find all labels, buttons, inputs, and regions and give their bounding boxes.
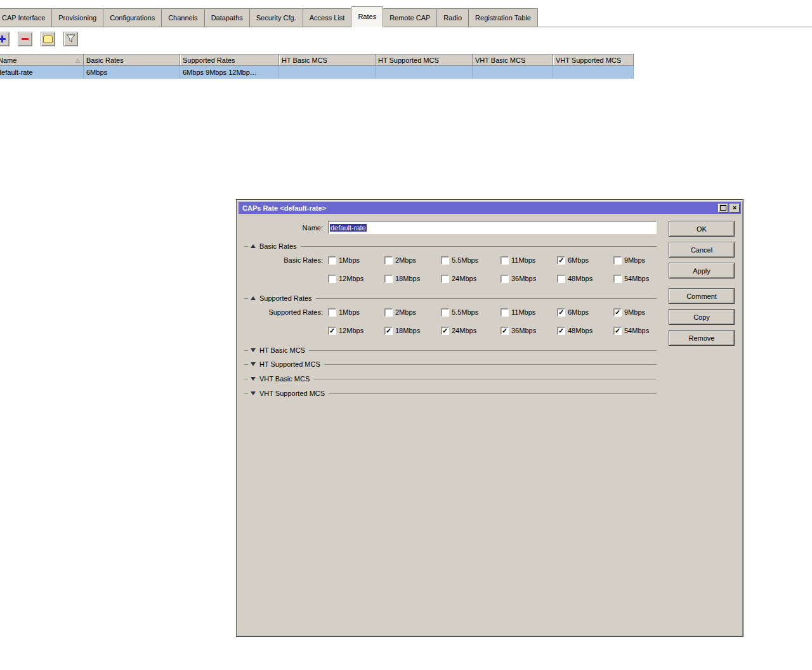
- section-header-ht-basic-mcs: HT Basic MCS: [244, 346, 657, 355]
- column-header-basic-rates[interactable]: Basic Rates: [84, 54, 180, 66]
- column-header-label: VHT Basic MCS: [475, 56, 525, 64]
- checkbox-supported-rates-6mbps[interactable]: ✓6Mbps: [557, 308, 613, 317]
- filter-button[interactable]: [63, 32, 78, 46]
- checkbox-basic-rates-1mbps[interactable]: 1Mbps: [328, 256, 384, 265]
- checkbox-basic-rates-36mbps[interactable]: 36Mbps: [501, 275, 557, 283]
- column-header-label: Supported Rates: [183, 56, 235, 64]
- checkbox-supported-rates-5-5mbps[interactable]: 5.5Mbps: [441, 308, 501, 317]
- table-row[interactable]: default-rate6Mbps6Mbps 9Mbps 12Mbp…: [0, 66, 812, 79]
- apply-button[interactable]: Apply: [669, 263, 735, 279]
- unchecked-checkbox-icon: [384, 275, 393, 283]
- checkbox-label: 1Mbps: [339, 308, 360, 316]
- column-header-label: Basic Rates: [86, 56, 124, 64]
- column-header-ht-supported-mcs[interactable]: HT Supported MCS: [376, 54, 473, 66]
- checkbox-supported-rates-11mbps[interactable]: 11Mbps: [501, 308, 557, 317]
- checkbox-supported-rates-48mbps[interactable]: ✓48Mbps: [557, 327, 613, 335]
- checkbox-row: Supported Rates:1Mbps2Mbps5.5Mbps11Mbps✓…: [239, 307, 657, 317]
- checked-checkbox-icon: ✓: [557, 327, 565, 335]
- checkbox-basic-rates-24mbps[interactable]: 24Mbps: [441, 275, 501, 283]
- tab-radio[interactable]: Radio: [436, 8, 469, 27]
- column-header-ht-basic-mcs[interactable]: HT Basic MCS: [279, 54, 376, 66]
- expand-arrow-icon[interactable]: [251, 348, 256, 352]
- checked-checkbox-icon: ✓: [328, 327, 336, 335]
- add-button[interactable]: [0, 32, 10, 46]
- section-dash: [244, 350, 248, 351]
- remove-button[interactable]: Remove: [669, 330, 735, 346]
- comment-button[interactable]: [41, 32, 55, 46]
- section-label: VHT Basic MCS: [258, 375, 311, 383]
- column-header-vht-basic-mcs[interactable]: VHT Basic MCS: [473, 54, 553, 66]
- tab-security-cfg[interactable]: Security Cfg.: [249, 8, 303, 27]
- dialog-buttons: OKCancelApplyCommentCopyRemove: [669, 200, 735, 636]
- tab-datapaths[interactable]: Datapaths: [204, 8, 250, 27]
- remove-button[interactable]: [18, 32, 32, 46]
- checkbox-row: 12Mbps18Mbps24Mbps36Mbps48Mbps54Mbps: [239, 273, 657, 284]
- checkbox-basic-rates-54mbps[interactable]: 54Mbps: [613, 275, 649, 283]
- checkbox-label: 6Mbps: [568, 308, 589, 316]
- checkbox-supported-rates-2mbps[interactable]: 2Mbps: [384, 308, 441, 317]
- tab-remote-cap[interactable]: Remote CAP: [383, 8, 437, 27]
- checkbox-options: 1Mbps2Mbps5.5Mbps11Mbps✓6Mbps✓9Mbps: [328, 308, 645, 317]
- table-cell: [473, 66, 553, 79]
- cancel-button[interactable]: Cancel: [669, 242, 735, 258]
- checkbox-basic-rates-6mbps[interactable]: ✓6Mbps: [557, 256, 613, 265]
- checkbox-basic-rates-48mbps[interactable]: 48Mbps: [557, 275, 613, 283]
- tab-channels[interactable]: Channels: [161, 8, 204, 27]
- checked-checkbox-icon: ✓: [501, 327, 509, 335]
- checkbox-supported-rates-54mbps[interactable]: ✓54Mbps: [613, 327, 649, 335]
- unchecked-checkbox-icon: [328, 275, 336, 283]
- tab-registration-table[interactable]: Registration Table: [468, 8, 538, 27]
- unchecked-checkbox-icon: [441, 275, 449, 283]
- tab-rates[interactable]: Rates: [351, 6, 383, 27]
- column-header-name[interactable]: Name△: [0, 54, 84, 66]
- checkbox-label: 11Mbps: [511, 256, 535, 264]
- checkbox-label: 18Mbps: [395, 327, 420, 334]
- plus-icon: [0, 36, 6, 43]
- column-header-label: HT Basic MCS: [282, 56, 327, 64]
- expand-arrow-icon[interactable]: [251, 391, 256, 395]
- checkbox-supported-rates-24mbps[interactable]: ✓24Mbps: [441, 327, 501, 335]
- unchecked-checkbox-icon: [441, 308, 449, 317]
- checkbox-basic-rates-2mbps[interactable]: 2Mbps: [384, 256, 441, 265]
- checkbox-basic-rates-18mbps[interactable]: 18Mbps: [384, 275, 441, 283]
- checkbox-basic-rates-11mbps[interactable]: 11Mbps: [501, 256, 557, 265]
- sort-ascending-icon: △: [75, 57, 80, 63]
- checkbox-basic-rates-5-5mbps[interactable]: 5.5Mbps: [441, 256, 501, 265]
- checkbox-basic-rates-12mbps[interactable]: 12Mbps: [328, 275, 384, 283]
- ok-button[interactable]: OK: [669, 221, 735, 237]
- column-header-label: VHT Supported MCS: [556, 56, 621, 64]
- expand-arrow-icon[interactable]: [251, 362, 256, 366]
- checked-checkbox-icon: ✓: [613, 327, 622, 335]
- checkbox-label: 2Mbps: [395, 308, 416, 316]
- column-header-supported-rates[interactable]: Supported Rates: [180, 54, 279, 66]
- section-label: HT Basic MCS: [258, 346, 306, 354]
- expand-arrow-icon[interactable]: [251, 377, 256, 381]
- section-rule: [316, 298, 657, 299]
- section-label: Basic Rates: [258, 242, 298, 250]
- tab-access-list[interactable]: Access List: [303, 8, 352, 27]
- tab-provisioning[interactable]: Provisioning: [51, 8, 103, 27]
- comment-button[interactable]: Comment: [669, 288, 735, 304]
- checkbox-label: 18Mbps: [395, 275, 420, 282]
- collapse-arrow-icon[interactable]: [251, 244, 256, 248]
- checkbox-supported-rates-18mbps[interactable]: ✓18Mbps: [384, 327, 441, 335]
- capsman-window: CAP InterfaceProvisioningConfigurationsC…: [0, 0, 812, 79]
- checkbox-label: 5.5Mbps: [452, 308, 478, 316]
- checkbox-basic-rates-9mbps[interactable]: 9Mbps: [613, 256, 645, 265]
- checkbox-supported-rates-12mbps[interactable]: ✓12Mbps: [328, 327, 384, 335]
- section-label: VHT Supported MCS: [258, 390, 326, 397]
- checkbox-label: 6Mbps: [568, 256, 589, 264]
- checkbox-supported-rates-9mbps[interactable]: ✓9Mbps: [613, 308, 645, 317]
- section-rule: [313, 379, 657, 379]
- checkbox-label: 24Mbps: [452, 327, 476, 334]
- tab-cap-interface[interactable]: CAP Interface: [0, 8, 52, 27]
- column-header-vht-supported-mcs[interactable]: VHT Supported MCS: [553, 54, 634, 66]
- checkbox-label: 9Mbps: [624, 308, 645, 316]
- tab-configurations[interactable]: Configurations: [103, 8, 162, 27]
- checkbox-supported-rates-36mbps[interactable]: ✓36Mbps: [501, 327, 557, 335]
- table-cell: 6Mbps: [84, 66, 180, 79]
- checkbox-supported-rates-1mbps[interactable]: 1Mbps: [328, 308, 384, 317]
- name-input[interactable]: default-rate: [328, 221, 657, 234]
- copy-button[interactable]: Copy: [669, 309, 735, 325]
- collapse-arrow-icon[interactable]: [251, 296, 256, 300]
